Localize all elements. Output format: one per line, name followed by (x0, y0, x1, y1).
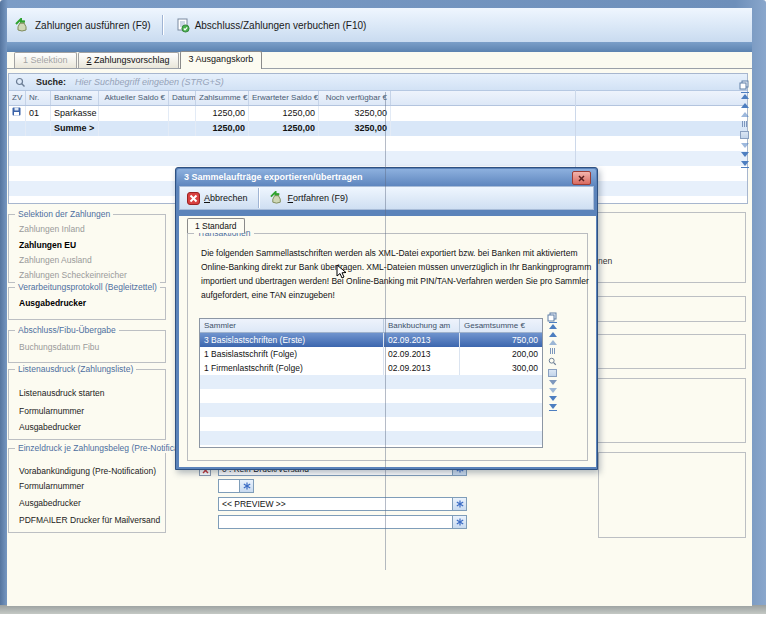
col-header-erwarteter-saldo[interactable]: Erwarteter Saldo € (249, 91, 319, 105)
cell-nr: 01 (26, 106, 51, 121)
col-header-noch-verfuegbar[interactable]: Noch verfügbar € (319, 91, 391, 105)
ausgabedrucker-value: << PREVIEW >> (219, 498, 452, 510)
close-icon (578, 175, 585, 182)
tab-zahlungsvorschlag[interactable]: 2 Zahlungsvorschlag (78, 52, 179, 68)
table-row-selected[interactable]: 3 Basislastschriften (Erste) 02.09.2013 … (200, 333, 542, 347)
search-bar[interactable]: Suche: Hier Suchbegriff eingeben (STRG+S… (9, 74, 747, 91)
table-row[interactable]: 01 Sparkasse 1250,00 1250,00 3250,00 (9, 106, 747, 121)
page-up-icon[interactable] (741, 112, 749, 117)
scroll-bottom-icon[interactable] (549, 404, 557, 411)
cell-sammler: 1 Basislastschrift (Folge) (200, 347, 384, 361)
col-header-bankname[interactable]: Bankname (51, 91, 99, 105)
cell-bankbuchung: 02.09.2013 (384, 347, 460, 361)
col-header-gesamtsumme[interactable]: Gesamtsumme € (460, 319, 542, 332)
money-bag-icon (15, 18, 30, 33)
spinner-button[interactable] (239, 480, 253, 492)
sum-row: Summe > 1250,00 1250,00 3250,00 (9, 121, 747, 136)
cancel-label: Abbrechen (204, 193, 248, 203)
truncated-text: nen (598, 256, 612, 266)
dropdown-button[interactable] (452, 498, 466, 510)
empty-row (200, 417, 542, 431)
page-up-icon[interactable] (549, 340, 557, 345)
scroll-down-icon[interactable] (549, 396, 557, 401)
col-header-aktueller-saldo[interactable]: Aktueller Saldo € (99, 91, 169, 105)
section-title: Verarbeitungsprotokoll (Begleitzettel) (15, 282, 160, 292)
scroll-up-icon[interactable] (549, 332, 557, 337)
label-zahlungen-eu: Zahlungen EU (19, 240, 76, 250)
section-abschluss-fibu: Abschluss/Fibu-Übergabe Buchungsdatum Fi… (8, 330, 166, 363)
label-listenausdruck-starten: Listenausdruck starten (19, 388, 105, 398)
execute-payments-label: Zahlungen ausführen (F9) (35, 20, 151, 31)
export-dialog: 3 Sammelaufträge exportieren/übertragen … (175, 167, 598, 470)
label-vorabankuendigung: Vorabankündigung (Pre-Notification) (19, 466, 156, 476)
section-einzeldruck: Einzeldruck je Zahlungsbeleg (Pre-Notifi… (8, 448, 166, 533)
ausgabedrucker-select[interactable]: << PREVIEW >> (218, 497, 467, 511)
cancel-button[interactable]: Abbrechen (180, 190, 255, 207)
tab-selektion[interactable]: 1 Selektion (14, 52, 77, 68)
dropdown-button[interactable] (452, 516, 466, 528)
scroll-top-icon[interactable] (549, 322, 557, 329)
dialog-message: Die folgenden Sammellastschriften werden… (201, 246, 591, 302)
label-zahlungen-inland: Zahlungen Inland (19, 224, 85, 234)
scroll-bottom-icon[interactable] (741, 161, 749, 168)
search-label: Suche: (36, 77, 66, 87)
page-down-icon[interactable] (741, 143, 749, 148)
label-pdfmailer-drucker: PDFMAILER Drucker für Mailversand (19, 515, 160, 525)
dialog-titlebar[interactable]: 3 Sammelaufträge exportieren/übertragen (177, 169, 596, 186)
sum-erwarteter-saldo: 1250,00 (249, 121, 319, 136)
col-header-filler (391, 91, 747, 105)
tab-ausgangskorb[interactable]: 3 Ausgangskorb (180, 51, 263, 69)
dialog-toolbar: Abbrechen Fortfahren (F9) (179, 186, 594, 210)
search-icon (15, 77, 26, 88)
columns-icon[interactable] (742, 121, 747, 127)
window-bottom-border (0, 605, 766, 614)
empty-row (9, 136, 747, 151)
col-header-zahlsumme[interactable]: Zahlsumme € (196, 91, 249, 105)
close-button[interactable] (572, 171, 591, 185)
page-down-icon[interactable] (549, 388, 557, 393)
table-row[interactable]: 1 Firmenlastschrift (Folge) 02.09.2013 3… (200, 361, 542, 375)
continue-label: Fortfahren (F9) (288, 193, 349, 203)
label-ausgabedrucker: Ausgabedrucker (19, 422, 81, 432)
filter-icon[interactable] (549, 380, 557, 385)
lookup-icon (243, 482, 251, 490)
sum-noch-verfuegbar: 3250,00 (319, 121, 391, 136)
label-formularnummer: Formularnummer (19, 406, 84, 416)
table-row[interactable]: 1 Basislastschrift (Folge) 02.09.2013 20… (200, 347, 542, 361)
scroll-up-icon[interactable] (741, 103, 749, 108)
empty-row (200, 403, 542, 417)
col-header-bankbuchung[interactable]: Bankbuchung am (384, 319, 460, 332)
label-formularnummer: Formularnummer (19, 481, 84, 491)
col-header-sammler[interactable]: Sammler (200, 319, 384, 332)
search-icon[interactable] (548, 357, 557, 366)
app-window: Zahlungen ausführen (F9) Abschluss/Zahlu… (0, 0, 776, 622)
dialog-content: 1 Standard Transaktionen Die folgenden S… (179, 216, 596, 467)
pdfmailer-select[interactable] (218, 515, 467, 529)
scroll-top-icon[interactable] (741, 92, 749, 99)
mouse-cursor (336, 264, 347, 284)
formularnummer-spinner[interactable] (218, 479, 254, 493)
scroll-down-icon[interactable] (741, 152, 749, 157)
toolbar-divider-strip (7, 42, 752, 52)
cancel-icon (187, 192, 200, 205)
tab-zahlungsvorschlag-label: 2 Zahlungsvorschlag (87, 55, 170, 65)
lookup-icon (456, 500, 464, 508)
section-title: Listenausdruck (Zahlungsliste) (15, 364, 136, 374)
bookmark-icon[interactable] (740, 131, 749, 139)
post-payments-button[interactable]: Abschluss/Zahlungen verbuchen (F10) (167, 15, 375, 36)
search-input[interactable]: Hier Suchbegriff eingeben (STRG+S) (75, 77, 224, 87)
col-header-nr[interactable]: Nr. (26, 91, 51, 105)
columns-icon[interactable] (550, 348, 555, 354)
main-toolbar: Zahlungen ausführen (F9) Abschluss/Zahlu… (7, 8, 752, 43)
cell-zahlsumme: 1250,00 (196, 106, 249, 121)
continue-button[interactable]: Fortfahren (F9) (263, 189, 356, 207)
execute-payments-button[interactable]: Zahlungen ausführen (F9) (7, 15, 159, 36)
col-header-datum[interactable]: Datum (169, 91, 196, 105)
dialog-tab-standard[interactable]: 1 Standard (187, 218, 245, 233)
label-buchungsdatum-fibu: Buchungsdatum Fibu (19, 342, 99, 352)
section-title: Selektion der Zahlungen (15, 209, 113, 219)
bookmark-icon[interactable] (548, 369, 557, 377)
tab-selektion-label: 1 Selektion (23, 55, 68, 65)
cell-bankbuchung: 02.09.2013 (384, 333, 460, 347)
col-header-zv[interactable]: ZV (9, 91, 26, 105)
